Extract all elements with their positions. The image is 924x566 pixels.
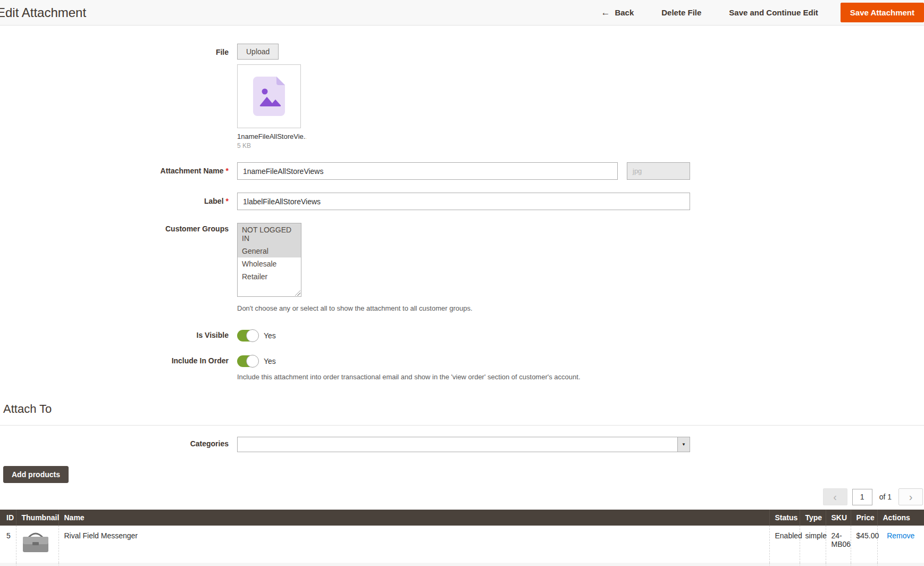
delete-file-label: Delete File xyxy=(661,8,701,17)
customer-group-option[interactable]: General xyxy=(238,245,301,257)
label-field-label: Label* xyxy=(0,193,237,210)
column-header-actions[interactable]: Actions xyxy=(877,510,924,526)
cell-price: $45.00 xyxy=(851,526,877,563)
page-number-input[interactable] xyxy=(852,489,872,505)
column-header-price[interactable]: Price xyxy=(851,510,877,526)
cell-id: 6 xyxy=(0,563,16,566)
cell-price: $59.00 xyxy=(851,563,877,566)
file-extension-box: jpg xyxy=(627,162,690,180)
include-in-order-label: Include In Order xyxy=(0,355,237,381)
customer-group-option[interactable]: Retailer xyxy=(238,270,301,283)
back-arrow-icon: ← xyxy=(601,8,610,17)
cell-type: simple xyxy=(800,526,826,563)
delete-file-button[interactable]: Delete File xyxy=(648,8,715,17)
toggle-knob xyxy=(246,329,259,342)
is-visible-toggle[interactable] xyxy=(237,330,258,342)
column-header-name[interactable]: Name xyxy=(58,510,769,526)
cell-name: Rival Field Messenger xyxy=(58,526,769,563)
image-file-icon xyxy=(253,77,285,116)
column-header-status[interactable]: Status xyxy=(769,510,800,526)
back-button-label: Back xyxy=(615,8,634,17)
cell-actions: Remove xyxy=(877,563,924,566)
cell-status: Enabled xyxy=(769,563,800,566)
column-header-sku[interactable]: SKU xyxy=(826,510,851,526)
attach-to-heading: Attach To xyxy=(3,402,924,416)
product-thumbnail-messenger-bag xyxy=(22,531,49,554)
customer-groups-label: Customer Groups xyxy=(0,223,237,312)
file-label: File xyxy=(0,44,237,149)
products-table: ID Thumbnail Name Status Type SKU Price … xyxy=(0,510,924,566)
label-row: Label* xyxy=(0,193,924,210)
toggle-knob xyxy=(246,355,259,368)
save-and-continue-button[interactable]: Save and Continue Edit xyxy=(715,8,832,17)
categories-dropdown-button[interactable]: ▼ xyxy=(677,437,690,452)
cell-thumbnail xyxy=(16,526,58,563)
section-divider xyxy=(0,425,924,426)
page-title: Edit Attachment xyxy=(0,5,86,20)
attachment-name-label: Attachment Name* xyxy=(0,162,237,180)
file-name: 1nameFileAllStoreVie... xyxy=(237,132,306,140)
column-header-type[interactable]: Type xyxy=(800,510,826,526)
file-size: 5 KB xyxy=(237,142,924,149)
file-row: File Upload 1nameFileAllStoreVie... 5 KB xyxy=(0,44,924,149)
is-visible-row: Is Visible Yes xyxy=(0,330,924,342)
table-row: 6 Fusion Backpack Enabled simple 24-MB02… xyxy=(0,563,924,566)
pagination: ‹ of 1 › xyxy=(0,488,923,505)
chevron-down-icon: ▼ xyxy=(682,442,686,447)
next-page-button[interactable]: › xyxy=(898,488,923,505)
cell-type: simple xyxy=(800,563,826,566)
categories-select: ▼ xyxy=(237,437,690,452)
customer-groups-note: Don't choose any or select all to show t… xyxy=(237,304,924,312)
categories-input[interactable] xyxy=(237,437,690,452)
include-in-order-note: Include this attachment into order trans… xyxy=(237,373,924,381)
save-and-continue-label: Save and Continue Edit xyxy=(729,8,818,17)
file-thumbnail-card[interactable] xyxy=(237,64,301,128)
categories-label: Categories xyxy=(0,437,237,452)
cell-thumbnail xyxy=(16,563,58,566)
cell-sku: 24-MB02 xyxy=(826,563,851,566)
header-actions: ← Back Delete File Save and Continue Edi… xyxy=(587,3,924,22)
attachment-form: File Upload 1nameFileAllStoreVie... 5 KB… xyxy=(0,26,924,381)
is-visible-label: Is Visible xyxy=(0,330,237,342)
previous-page-button[interactable]: ‹ xyxy=(823,488,847,505)
attachment-name-row: Attachment Name* jpg xyxy=(0,162,924,180)
categories-row: Categories ▼ xyxy=(0,437,924,452)
customer-groups-listbox[interactable]: NOT LOGGED IN General Wholesale Retailer xyxy=(237,223,301,297)
attachment-name-input[interactable] xyxy=(237,162,618,180)
cell-status: Enabled xyxy=(769,526,800,563)
chevron-left-icon: ‹ xyxy=(833,492,837,502)
cell-actions: Remove xyxy=(877,526,924,563)
cell-sku: 24-MB06 xyxy=(826,526,851,563)
column-header-thumbnail[interactable]: Thumbnail xyxy=(16,510,58,526)
include-in-order-row: Include In Order Yes Include this attach… xyxy=(0,355,924,381)
page-count-label: of 1 xyxy=(879,493,892,501)
add-products-button[interactable]: Add products xyxy=(3,466,69,483)
column-header-id[interactable]: ID xyxy=(0,510,16,526)
table-row: 5 Rival Field Messenger Enabled simple 2… xyxy=(0,526,924,563)
include-in-order-toggle[interactable] xyxy=(237,355,258,367)
chevron-right-icon: › xyxy=(909,492,913,502)
required-asterisk: * xyxy=(226,197,229,205)
customer-groups-row: Customer Groups NOT LOGGED IN General Wh… xyxy=(0,223,924,312)
required-asterisk: * xyxy=(226,167,229,175)
is-visible-state: Yes xyxy=(264,331,276,340)
save-attachment-button[interactable]: Save Attachment xyxy=(841,3,924,22)
cell-id: 5 xyxy=(0,526,16,563)
page-header: Edit Attachment ← Back Delete File Save … xyxy=(0,0,924,26)
back-button[interactable]: ← Back xyxy=(587,8,648,17)
include-in-order-state: Yes xyxy=(264,357,276,365)
customer-group-option[interactable]: NOT LOGGED IN xyxy=(238,223,301,245)
label-input[interactable] xyxy=(237,193,690,210)
resize-handle-icon[interactable] xyxy=(295,290,300,296)
remove-product-link[interactable]: Remove xyxy=(887,531,914,540)
upload-button[interactable]: Upload xyxy=(237,44,279,60)
table-header-row: ID Thumbnail Name Status Type SKU Price … xyxy=(0,510,924,526)
customer-group-option[interactable]: Wholesale xyxy=(238,257,301,270)
cell-name: Fusion Backpack xyxy=(58,563,769,566)
